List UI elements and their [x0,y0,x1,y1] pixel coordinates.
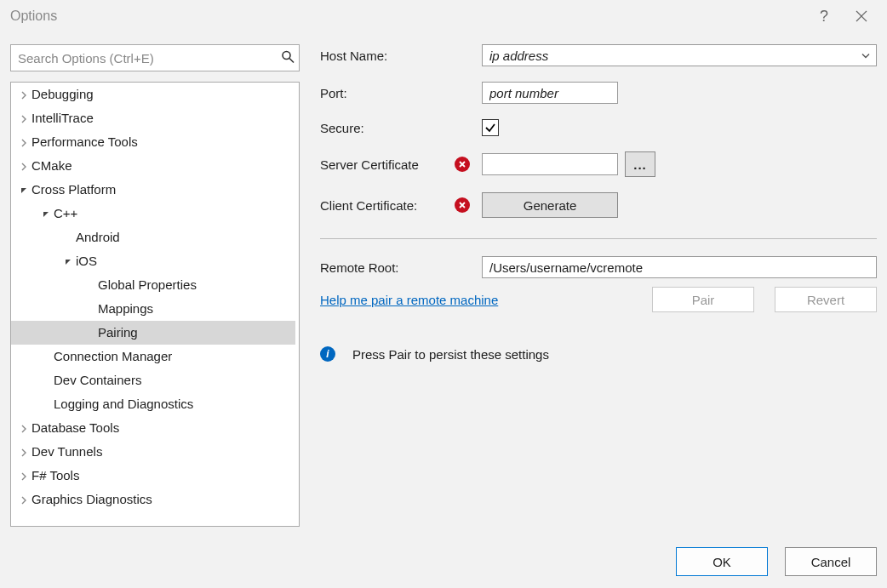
server-cert-label: Server Certificate [320,157,448,172]
revert-button[interactable]: Revert [775,287,877,312]
tree-item[interactable]: Dev Containers [11,368,295,392]
error-icon [455,197,475,213]
error-icon [455,157,475,172]
port-field[interactable] [482,82,618,104]
caret-collapsed-icon [18,163,30,171]
help-link[interactable]: Help me pair a remote machine [320,293,498,307]
tree-scroll[interactable]: DebuggingIntelliTracePerformance ToolsCM… [11,83,299,526]
server-cert-field[interactable] [482,153,618,175]
tree-item[interactable]: Debugging [11,83,295,106]
tree-item-label: Logging and Diagnostics [54,397,193,411]
secure-label: Secure: [320,121,448,135]
tree-item-label: Connection Manager [54,349,172,363]
tree-item-label: CMake [31,158,72,173]
tree-item-label: Global Properties [98,277,197,292]
tree-item-label: Performance Tools [31,134,138,149]
tree-item-label: F# Tools [31,468,79,482]
tree-item[interactable]: iOS [11,249,295,273]
ok-button[interactable]: OK [676,547,768,576]
caret-collapsed-icon [18,115,30,123]
tree-item[interactable]: Logging and Diagnostics [11,392,295,416]
tree-item[interactable]: Database Tools [11,416,295,440]
caret-collapsed-icon [18,496,30,505]
remote-root-field[interactable] [482,256,877,278]
tree-item-label: IntelliTrace [31,111,94,125]
left-pane: DebuggingIntelliTracePerformance ToolsCM… [10,44,300,527]
port-label: Port: [320,86,448,100]
info-icon: i [320,346,335,362]
tree-item-label: Dev Containers [54,373,141,387]
browse-button[interactable]: ... [625,151,655,177]
cancel-button[interactable]: Cancel [785,547,877,576]
tree-item-label: Mappings [98,301,153,316]
search-input[interactable] [10,44,300,71]
tree-item[interactable]: IntelliTrace [11,106,295,130]
dialog-footer: OK Cancel [676,547,877,576]
tree-item[interactable]: Pairing [11,321,295,345]
tree-item-label: Debugging [31,87,94,101]
host-name-label: Host Name: [320,49,448,63]
remote-root-label: Remote Root: [320,260,448,275]
caret-collapsed-icon [18,472,30,481]
tree-item-label: Dev Tunnels [31,444,102,459]
tree-item[interactable]: Android [11,225,295,249]
caret-collapsed-icon [18,425,30,433]
tree-item[interactable]: F# Tools [11,464,295,488]
client-cert-label: Client Certificate: [320,198,448,213]
tree-item-label: C++ [54,206,77,220]
tree-item-label: Pairing [98,325,138,340]
tree-item[interactable]: Global Properties [11,273,295,297]
tree-item[interactable]: C++ [11,202,295,225]
secure-checkbox[interactable] [482,119,499,136]
caret-collapsed-icon [18,91,30,100]
tree-item[interactable]: Dev Tunnels [11,440,295,464]
caret-collapsed-icon [18,139,30,147]
tree-item-label: iOS [76,254,97,268]
host-name-field[interactable] [482,44,877,66]
tree-item[interactable]: Performance Tools [11,130,295,154]
search-wrap [10,44,300,71]
options-dialog: Options ? DebuggingInt [0,0,887,588]
info-text: Press Pair to persist these settings [352,347,549,362]
caret-expanded-icon [40,210,52,219]
tree-item-label: Database Tools [31,420,119,435]
window-title: Options [10,0,57,32]
tree-item[interactable]: Mappings [11,297,295,321]
tree-item[interactable]: Graphics Diagnostics [11,488,295,511]
tree-item[interactable]: Connection Manager [11,345,295,368]
tree-item[interactable]: Cross Platform [11,178,295,202]
tree-item-label: Android [76,230,120,244]
close-icon[interactable] [843,3,880,30]
tree-item[interactable]: CMake [11,154,295,178]
help-icon[interactable]: ? [805,3,843,30]
caret-expanded-icon [62,258,74,266]
options-tree: DebuggingIntelliTracePerformance ToolsCM… [10,82,300,527]
generate-button[interactable]: Generate [482,192,618,218]
pair-button[interactable]: Pair [652,287,754,312]
caret-expanded-icon [18,186,30,195]
caret-collapsed-icon [18,448,30,457]
tree-item-label: Graphics Diagnostics [31,492,152,506]
titlebar: Options ? [0,0,887,32]
tree-item-label: Cross Platform [31,182,116,197]
divider [320,238,877,239]
right-pane: Host Name: Port: Secure: [320,44,877,527]
